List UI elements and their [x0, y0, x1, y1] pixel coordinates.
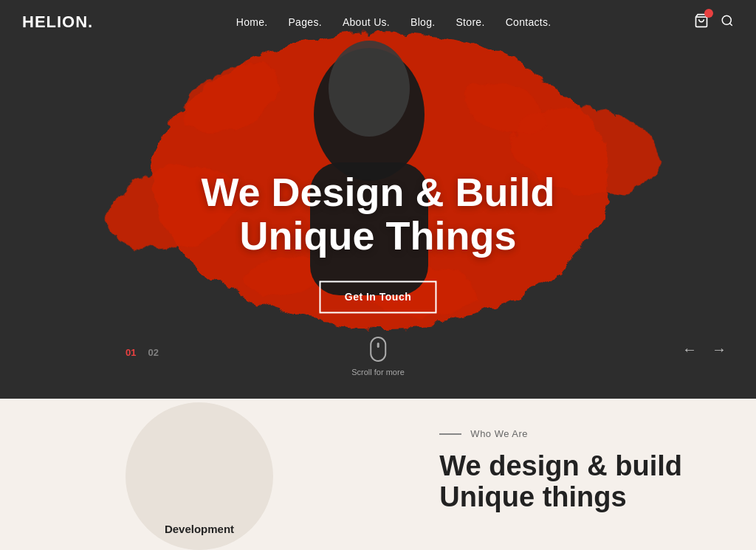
- scroll-indicator: Scroll for more: [351, 337, 405, 377]
- scroll-label: Scroll for more: [351, 368, 405, 377]
- nav-pages[interactable]: Pages.: [288, 16, 321, 28]
- svg-point-1: [722, 16, 731, 24]
- bottom-left: Development: [89, 402, 310, 550]
- nav-about[interactable]: About Us.: [343, 16, 390, 28]
- svg-line-2: [729, 23, 732, 25]
- prev-arrow[interactable]: ←: [682, 341, 697, 358]
- cta-button[interactable]: Get In Touch: [320, 281, 437, 313]
- bottom-title: We design & build Unique things: [439, 451, 682, 513]
- bottom-section: Development Who We Are We design & build…: [0, 399, 756, 550]
- slide-indicators: 01 02: [126, 347, 159, 358]
- nav-home[interactable]: Home.: [236, 16, 268, 28]
- nav-blog[interactable]: Blog.: [410, 16, 435, 28]
- circle-label: Development: [165, 523, 234, 535]
- who-line: [439, 433, 461, 435]
- search-icon[interactable]: [721, 14, 734, 31]
- scroll-mouse-icon: [370, 337, 386, 362]
- bottom-right: Who We Are We design & build Unique thin…: [439, 428, 682, 513]
- header: HELION. Home. Pages. About Us. Blog. Sto…: [0, 0, 756, 44]
- cart-icon[interactable]: [694, 13, 709, 32]
- nav-contacts[interactable]: Contacts.: [506, 16, 551, 28]
- hero-content: We Design & Build Unique Things Get In T…: [201, 171, 554, 313]
- logo[interactable]: HELION.: [22, 13, 93, 32]
- who-label: Who We Are: [470, 428, 528, 439]
- main-nav: Home. Pages. About Us. Blog. Store. Cont…: [236, 16, 551, 28]
- svg-point-11: [329, 41, 410, 137]
- nav-arrows: ← →: [682, 341, 726, 358]
- slide-dot-2[interactable]: 02: [148, 347, 158, 358]
- header-icons: [694, 13, 734, 32]
- who-we-are: Who We Are: [439, 428, 682, 439]
- hero-section: We Design & Build Unique Things Get In T…: [0, 0, 756, 399]
- development-circle: Development: [126, 402, 273, 550]
- hero-title: We Design & Build Unique Things: [201, 171, 554, 258]
- slide-dot-1[interactable]: 01: [126, 347, 136, 358]
- nav-store[interactable]: Store.: [456, 16, 484, 28]
- next-arrow[interactable]: →: [712, 341, 726, 358]
- cart-badge: [704, 9, 713, 18]
